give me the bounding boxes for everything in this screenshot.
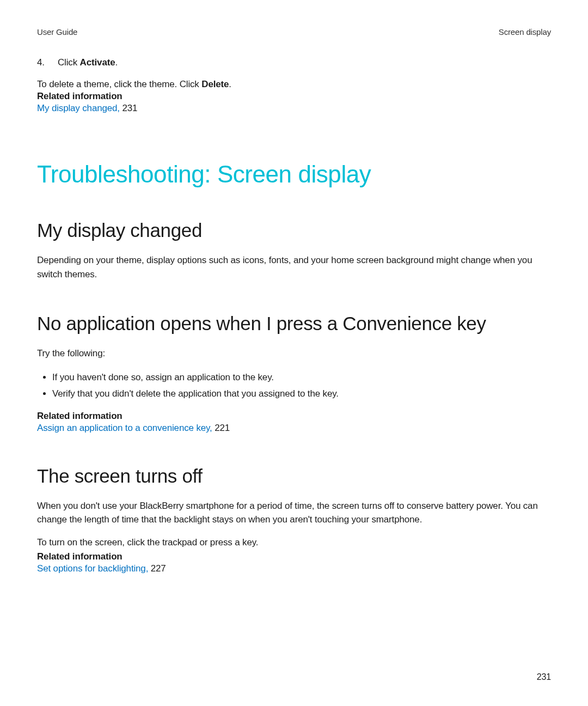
page-header: User Guide Screen display [0, 0, 588, 36]
header-left: User Guide [37, 27, 77, 36]
related-info-heading-3: Related information [37, 551, 551, 562]
section2-intro: Try the following: [37, 346, 551, 361]
main-title: Troubleshooting: Screen display [37, 161, 551, 188]
delete-theme-instruction: To delete a theme, click the theme. Clic… [37, 79, 551, 90]
step-bold-word: Activate [80, 57, 115, 68]
page-number: 231 [537, 672, 551, 682]
page-content: 4. Click Activate. To delete a theme, cl… [0, 57, 588, 574]
header-right: Screen display [499, 27, 551, 36]
related-link-line-3: Set options for backlighting, 227 [37, 563, 551, 574]
step-number: 4. [37, 57, 58, 68]
related-info-heading-2: Related information [37, 411, 551, 422]
section-title-screen-turns-off: The screen turns off [37, 465, 551, 487]
list-item: If you haven't done so, assign an applic… [52, 370, 551, 385]
related-page-ref-2: 221 [212, 423, 230, 433]
section-title-my-display-changed: My display changed [37, 220, 551, 241]
related-page-ref-1: 231 [120, 103, 137, 113]
link-assign-convenience-key[interactable]: Assign an application to a convenience k… [37, 423, 212, 433]
related-link-line-2: Assign an application to a convenience k… [37, 423, 551, 434]
delete-prefix: To delete a theme, click the theme. Clic… [37, 79, 201, 89]
related-page-ref-3: 227 [148, 563, 166, 574]
step-prefix: Click [58, 57, 80, 68]
list-item: Verify that you didn't delete the applic… [52, 387, 551, 401]
link-set-backlighting-options[interactable]: Set options for backlighting, [37, 563, 148, 574]
section1-body: Depending on your theme, display options… [37, 253, 551, 281]
step-text: Click Activate. [58, 57, 118, 68]
delete-bold-word: Delete [201, 79, 229, 89]
section3-body2: To turn on the screen, click the trackpa… [37, 535, 551, 550]
section3-body1: When you don't use your BlackBerry smart… [37, 499, 551, 527]
section-title-no-application: No application opens when I press a Conv… [37, 313, 551, 334]
section2-bullet-list: If you haven't done so, assign an applic… [37, 370, 551, 401]
step-suffix: . [115, 57, 118, 68]
delete-suffix: . [229, 79, 231, 89]
related-info-heading-1: Related information [37, 91, 551, 102]
step-4: 4. Click Activate. [37, 57, 551, 68]
related-link-line-1: My display changed, 231 [37, 103, 551, 114]
link-my-display-changed[interactable]: My display changed, [37, 103, 120, 113]
